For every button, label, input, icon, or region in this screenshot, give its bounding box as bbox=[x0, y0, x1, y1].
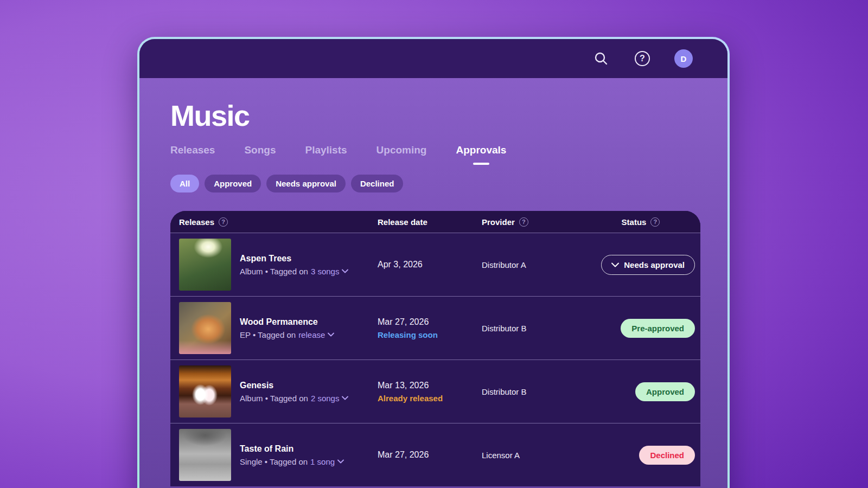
status-badge: Approved bbox=[635, 382, 695, 401]
tab-label: Playlists bbox=[305, 144, 347, 156]
header-releases: Releases ? bbox=[176, 217, 378, 227]
release-title[interactable]: Aspen Trees bbox=[240, 254, 378, 264]
status-label: Needs approval bbox=[624, 260, 685, 269]
release-meta-text: Album • Tagged on bbox=[240, 394, 308, 403]
album-art[interactable] bbox=[179, 365, 231, 418]
help-icon[interactable]: ? bbox=[633, 49, 652, 68]
release-title[interactable]: Wood Permanence bbox=[240, 317, 378, 327]
status-badge: Declined bbox=[639, 446, 695, 465]
filter-chip-all[interactable]: All bbox=[170, 175, 199, 192]
filter-chip-declined[interactable]: Declined bbox=[351, 175, 404, 192]
tagged-release-link[interactable]: release bbox=[298, 330, 334, 339]
main-content: Music Releases Songs Playlists Upcoming bbox=[139, 78, 727, 486]
album-art-cell bbox=[176, 365, 238, 418]
tagged-songs-link[interactable]: 2 songs bbox=[311, 394, 349, 403]
tab-songs[interactable]: Songs bbox=[244, 144, 276, 165]
chevron-down-icon bbox=[328, 332, 334, 337]
provider-cell: Distributor B bbox=[482, 387, 586, 396]
status-cell: Needs approval bbox=[586, 255, 695, 275]
release-meta-text: EP • Tagged on bbox=[240, 330, 296, 339]
release-date-cell: Mar 27, 2026 bbox=[378, 450, 482, 460]
tab-label: Upcoming bbox=[376, 144, 427, 156]
status-cell: Declined bbox=[586, 446, 695, 465]
tab-underline bbox=[393, 163, 410, 165]
releases-help-icon[interactable]: ? bbox=[219, 217, 228, 227]
release-title[interactable]: Taste of Rain bbox=[240, 444, 378, 454]
table-row: Wood Permanence EP • Tagged on release M… bbox=[170, 296, 700, 359]
search-icon[interactable] bbox=[592, 49, 610, 68]
chevron-down-icon bbox=[342, 269, 348, 273]
tab-approvals[interactable]: Approvals bbox=[456, 144, 506, 165]
release-title-cell: Wood Permanence EP • Tagged on release bbox=[238, 317, 378, 339]
status-help-icon[interactable]: ? bbox=[650, 217, 660, 227]
app-window: ? D Music Releases Songs Playlists bbox=[137, 37, 730, 488]
release-date-note: Releasing soon bbox=[378, 330, 482, 339]
album-art-cell bbox=[176, 429, 238, 481]
release-date: Mar 27, 2026 bbox=[378, 317, 482, 327]
status-cell: Approved bbox=[586, 382, 695, 401]
tagged-songs-label: 3 songs bbox=[311, 267, 340, 276]
chevron-down-icon bbox=[337, 459, 344, 464]
tab-underline bbox=[252, 163, 268, 165]
tagged-song-label: 1 song bbox=[310, 457, 335, 466]
album-art[interactable] bbox=[179, 239, 231, 291]
header-releases-label: Releases bbox=[179, 217, 214, 227]
top-bar: ? D bbox=[139, 39, 727, 78]
header-release-date: Release date bbox=[378, 217, 482, 227]
tab-bar: Releases Songs Playlists Upcoming Approv… bbox=[170, 144, 700, 165]
table-header-row: Releases ? Release date Provider ? Statu… bbox=[170, 211, 700, 233]
release-title[interactable]: Genesis bbox=[240, 381, 378, 390]
filter-chip-approved[interactable]: Approved bbox=[205, 175, 261, 192]
tab-label: Approvals bbox=[456, 144, 506, 156]
header-provider: Provider ? bbox=[482, 217, 586, 227]
release-meta-text: Album • Tagged on bbox=[240, 267, 308, 276]
release-meta: Album • Tagged on 3 songs bbox=[240, 267, 378, 276]
album-art[interactable] bbox=[179, 429, 231, 481]
release-title-cell: Genesis Album • Tagged on 2 songs bbox=[238, 381, 378, 403]
filter-chip-needs-approval[interactable]: Needs approval bbox=[266, 175, 346, 192]
approvals-table: Releases ? Release date Provider ? Statu… bbox=[170, 211, 700, 486]
chevron-down-icon bbox=[611, 262, 619, 267]
status-badge: Pre-approved bbox=[621, 319, 695, 338]
needs-approval-button[interactable]: Needs approval bbox=[601, 255, 695, 275]
release-meta: Single • Tagged on 1 song bbox=[240, 457, 378, 466]
provider-cell: Distributor B bbox=[482, 324, 586, 333]
release-date-cell: Mar 13, 2026 Already released bbox=[378, 381, 482, 403]
release-date: Apr 3, 2026 bbox=[378, 260, 482, 269]
release-date: Mar 13, 2026 bbox=[378, 381, 482, 390]
header-status: Status ? bbox=[586, 217, 695, 227]
release-date: Mar 27, 2026 bbox=[378, 450, 482, 460]
tab-releases[interactable]: Releases bbox=[170, 144, 215, 165]
album-art-cell bbox=[176, 302, 238, 354]
tab-underline bbox=[184, 163, 201, 165]
tagged-release-label: release bbox=[298, 330, 325, 339]
tab-label: Songs bbox=[244, 144, 276, 156]
tab-active-underline bbox=[473, 163, 489, 165]
table-row: Genesis Album • Tagged on 2 songs Mar 13… bbox=[170, 359, 700, 423]
release-date-note: Already released bbox=[378, 394, 482, 403]
provider-cell: Distributor A bbox=[482, 260, 586, 269]
avatar[interactable]: D bbox=[674, 49, 693, 68]
table-row: Taste of Rain Single • Tagged on 1 song … bbox=[170, 423, 700, 486]
window-body: ? D Music Releases Songs Playlists bbox=[139, 39, 727, 488]
release-date-cell: Mar 27, 2026 Releasing soon bbox=[378, 317, 482, 339]
provider-help-icon[interactable]: ? bbox=[519, 217, 528, 227]
status-cell: Pre-approved bbox=[586, 319, 695, 338]
tab-upcoming[interactable]: Upcoming bbox=[376, 144, 427, 165]
page-title: Music bbox=[170, 99, 700, 132]
header-status-label: Status bbox=[622, 217, 647, 227]
tagged-songs-label: 2 songs bbox=[311, 394, 340, 403]
tagged-songs-link[interactable]: 3 songs bbox=[311, 267, 349, 276]
avatar-initial: D bbox=[681, 54, 687, 63]
tab-label: Releases bbox=[170, 144, 215, 156]
release-meta: EP • Tagged on release bbox=[240, 330, 378, 339]
album-art[interactable] bbox=[179, 302, 231, 354]
release-date-cell: Apr 3, 2026 bbox=[378, 260, 482, 269]
tagged-song-link[interactable]: 1 song bbox=[310, 457, 344, 466]
chevron-down-icon bbox=[342, 396, 348, 400]
tab-playlists[interactable]: Playlists bbox=[305, 144, 347, 165]
release-title-cell: Aspen Trees Album • Tagged on 3 songs bbox=[238, 254, 378, 276]
release-meta: Album • Tagged on 2 songs bbox=[240, 394, 378, 403]
tab-underline bbox=[318, 163, 334, 165]
release-title-cell: Taste of Rain Single • Tagged on 1 song bbox=[238, 444, 378, 466]
